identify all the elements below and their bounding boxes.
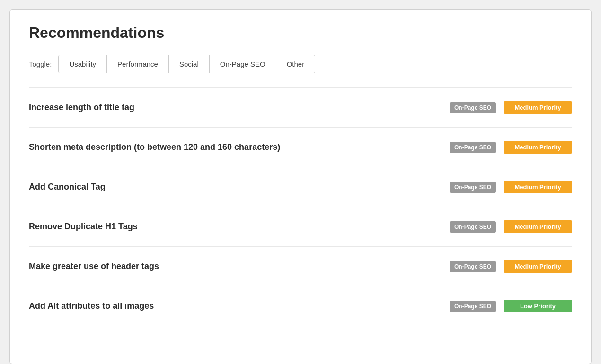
rec-item-2: Add Canonical TagOn-Page SEOMedium Prior…	[29, 167, 572, 207]
rec-title-1: Shorten meta description (to between 120…	[29, 142, 450, 152]
rec-category-badge-1: On-Page SEO	[450, 142, 496, 153]
recommendations-card: Recommendations Toggle: Usability Perfor…	[9, 9, 592, 364]
rec-title-5: Add Alt attributes to all images	[29, 301, 450, 311]
rec-item-5: Add Alt attributes to all imagesOn-Page …	[29, 286, 572, 326]
page-title: Recommendations	[29, 24, 572, 42]
rec-badges-5: On-Page SEOLow Priority	[450, 300, 572, 312]
rec-category-badge-4: On-Page SEO	[450, 261, 496, 272]
rec-item-3: Remove Duplicate H1 TagsOn-Page SEOMediu…	[29, 207, 572, 247]
rec-item-4: Make greater use of header tagsOn-Page S…	[29, 247, 572, 286]
rec-item-0: Increase length of title tagOn-Page SEOM…	[29, 87, 572, 128]
rec-title-2: Add Canonical Tag	[29, 182, 450, 192]
rec-title-0: Increase length of title tag	[29, 103, 450, 113]
toggle-usability[interactable]: Usability	[59, 55, 107, 73]
rec-badges-3: On-Page SEOMedium Priority	[450, 220, 572, 233]
rec-item-1: Shorten meta description (to between 120…	[29, 128, 572, 167]
rec-badges-1: On-Page SEOMedium Priority	[450, 141, 572, 154]
rec-badges-4: On-Page SEOMedium Priority	[450, 260, 572, 273]
rec-category-badge-0: On-Page SEO	[450, 102, 496, 113]
rec-priority-badge-0: Medium Priority	[504, 101, 572, 114]
rec-priority-badge-5: Low Priority	[504, 300, 572, 312]
rec-priority-badge-1: Medium Priority	[504, 141, 572, 154]
rec-title-3: Remove Duplicate H1 Tags	[29, 222, 450, 232]
rec-priority-badge-4: Medium Priority	[504, 260, 572, 273]
toggle-on-page-seo[interactable]: On-Page SEO	[210, 55, 276, 73]
toggle-button-group: Usability Performance Social On-Page SEO…	[58, 55, 315, 73]
rec-category-badge-2: On-Page SEO	[450, 182, 496, 193]
rec-priority-badge-2: Medium Priority	[504, 181, 572, 193]
recommendations-list: Increase length of title tagOn-Page SEOM…	[29, 87, 572, 326]
rec-badges-2: On-Page SEOMedium Priority	[450, 181, 572, 193]
rec-priority-badge-3: Medium Priority	[504, 220, 572, 233]
rec-category-badge-5: On-Page SEO	[450, 301, 496, 312]
toggle-social[interactable]: Social	[169, 55, 210, 73]
toggle-performance[interactable]: Performance	[107, 55, 169, 73]
rec-category-badge-3: On-Page SEO	[450, 221, 496, 233]
toggle-other[interactable]: Other	[276, 55, 315, 73]
rec-badges-0: On-Page SEOMedium Priority	[450, 101, 572, 114]
toggle-label: Toggle:	[29, 60, 52, 68]
toggle-row: Toggle: Usability Performance Social On-…	[29, 55, 572, 73]
rec-title-4: Make greater use of header tags	[29, 261, 450, 271]
